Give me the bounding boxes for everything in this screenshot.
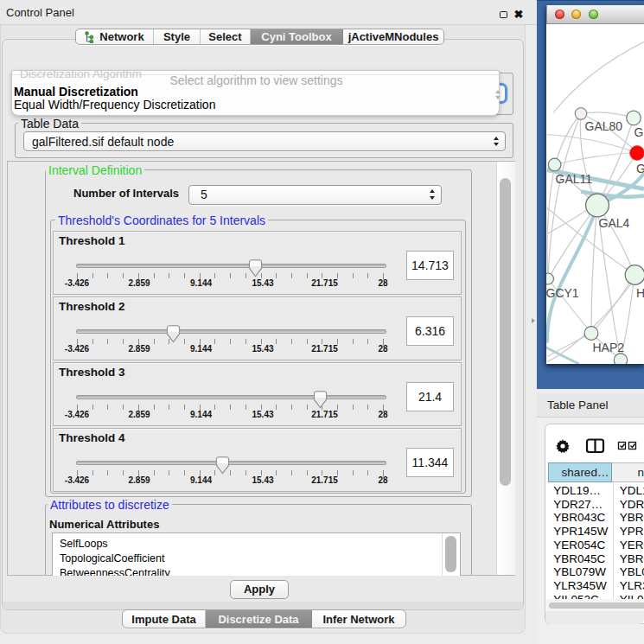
svg-text:GAL80: GAL80 (585, 118, 623, 132)
svg-text:H: H (636, 285, 644, 299)
svg-text:GAL11: GAL11 (556, 171, 593, 185)
svg-text:GAL4: GAL4 (599, 216, 630, 230)
svg-text:G: G (636, 162, 644, 175)
svg-text:G.: G. (634, 124, 644, 138)
svg-text:HAP2: HAP2 (593, 341, 625, 354)
svg-text:GCY1: GCY1 (546, 286, 579, 300)
